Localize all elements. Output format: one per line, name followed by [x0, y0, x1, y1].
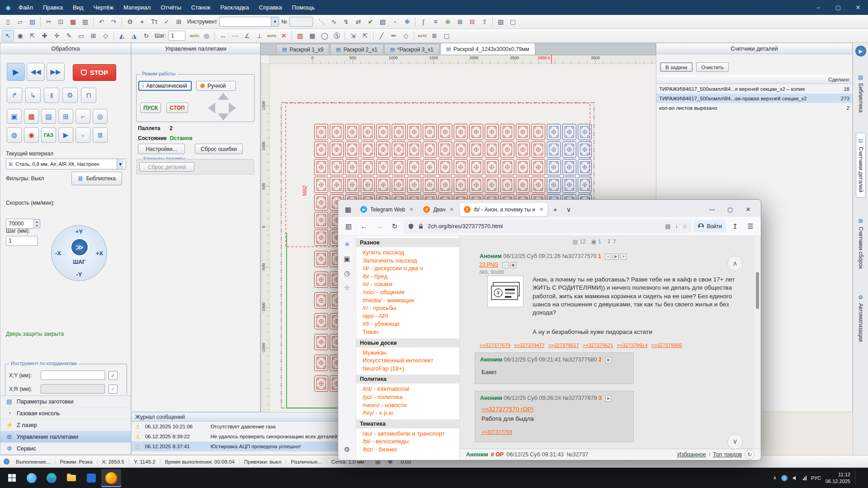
report-icon[interactable]: ▧ [495, 16, 507, 28]
history-icon[interactable]: ◷ [344, 269, 350, 277]
reply-link[interactable]: >>327377679 [480, 343, 510, 348]
maximize-button[interactable]: ▢ [828, 0, 848, 14]
post-controls[interactable]: ▶ [605, 357, 612, 363]
corner-button[interactable]: ⌐ [75, 109, 90, 124]
widgets-button[interactable] [22, 469, 42, 487]
reply-link[interactable]: >>327379517 [548, 343, 579, 348]
list-icon[interactable]: ≡ [429, 16, 442, 28]
marquee-icon[interactable]: ▫ [389, 16, 401, 28]
speed-input[interactable]: 70000 ▲▼ [6, 219, 34, 229]
open-file-icon[interactable]: ▱ [14, 16, 26, 28]
menu-item[interactable]: Станок [186, 0, 216, 14]
board-link[interactable]: /bi/ - велосипеды [356, 437, 459, 446]
monitor-icon[interactable]: ▢ [507, 16, 519, 28]
remove-red-icon[interactable]: ✕ [278, 30, 290, 42]
swap-icon[interactable]: ⇄ [352, 16, 364, 28]
post-number[interactable]: №327377580 [563, 357, 597, 363]
tab-dvach[interactable]: Двач ✕ [419, 203, 458, 216]
reply-link[interactable]: >>327377793 [481, 429, 512, 435]
clamp-button[interactable]: ⊓ [81, 88, 96, 103]
frame-in-icon[interactable]: ⇲ [347, 30, 359, 42]
angle-icon[interactable]: ∠ [241, 30, 253, 42]
number-input[interactable] [289, 17, 313, 27]
rotate-icon[interactable]: ↻ [140, 30, 152, 42]
ai-chat-icon[interactable]: ✳ [344, 240, 350, 249]
board-link[interactable]: /r/ - просьбы [356, 304, 459, 312]
tab-telegram[interactable]: Telegram Web ✕ [356, 203, 417, 216]
toolbar-icon[interactable] [343, 30, 347, 41]
settings-gear-icon[interactable]: ⚙ [344, 446, 350, 454]
scrollbar-track[interactable] [755, 236, 760, 460]
network-icon[interactable] [803, 476, 807, 480]
board-link[interactable]: /int/ - international [356, 385, 459, 393]
toolbar-icon[interactable] [491, 16, 495, 27]
board-link[interactable]: /po/ - политика [356, 393, 459, 401]
snap-auto-icon[interactable]: AUTO [265, 30, 278, 42]
toolbar-icon[interactable] [413, 16, 417, 27]
pencil-icon[interactable]: ✎ [63, 30, 75, 42]
side-tab-automation[interactable]: ⚙ Автоматизация [856, 289, 866, 347]
sidebar-item-gas-console[interactable]: ◔ Газовая консоль [0, 408, 131, 419]
pause-button[interactable]: ‖ [44, 88, 59, 103]
xy-input[interactable] [41, 371, 105, 380]
start-button[interactable] [2, 469, 22, 487]
reset-error-button[interactable]: Сброс ошибки [195, 144, 243, 154]
perpendicular-icon[interactable]: ⊥ [253, 30, 265, 42]
new-file-icon[interactable]: ▯ [2, 16, 14, 28]
file-name-link[interactable]: 23.PNG [479, 262, 499, 268]
side-tab-part-counters[interactable]: ⊟ Счетчики деталей [856, 133, 866, 197]
material-select[interactable]: ⊞ Сталь, 0,8 мм, Air, AIR ХК, Настроен ▾ [6, 159, 126, 169]
properties-icon[interactable]: ⚙ [124, 16, 136, 28]
board-link[interactable]: /d/ - дискуссии о два.ч [356, 264, 459, 272]
firefox-icon[interactable] [101, 469, 121, 487]
tray-app-icon[interactable] [781, 475, 788, 481]
url-bar[interactable]: 2ch.org/b/res/327377570.html ▤ ↓ ☆ [403, 220, 692, 233]
sidebar-item-pallets[interactable]: ⊞ Управление паллетами [0, 431, 131, 443]
jog-down-button[interactable]: -Y [76, 271, 82, 278]
sphere-button[interactable]: ◍ [7, 127, 22, 143]
tray-chevron-icon[interactable]: ∧ [773, 475, 777, 481]
sidebar-item-z-laser[interactable]: ⚡ Z лазер [0, 419, 131, 431]
s-parameter-icon[interactable]: Ⓢ [330, 30, 343, 42]
chart-button[interactable]: ▤ [41, 109, 56, 124]
jog-up-button[interactable]: +Y [75, 228, 83, 235]
toolbar-icon[interactable] [112, 30, 116, 41]
board-link[interactable]: /o/ - оэкаки [356, 280, 459, 288]
board-link[interactable]: /b/ - бред [356, 272, 459, 281]
rect-tool-icon[interactable]: ▭ [75, 30, 87, 42]
scrollbar-thumb[interactable] [756, 272, 759, 309]
diamond-icon[interactable]: ◇ [400, 30, 412, 42]
file-controls[interactable]: ↓▣ [502, 262, 516, 268]
login-button[interactable]: Войти [693, 220, 726, 233]
reply-link[interactable]: >>327379914 [617, 343, 648, 348]
board-link[interactable]: /news/ - новости [356, 401, 459, 409]
menu-item[interactable]: Вид [68, 0, 89, 14]
redo-icon[interactable]: ↷ [108, 16, 120, 28]
distance-icon[interactable]: ↔ [217, 30, 229, 42]
hatch-red-icon[interactable]: ▨ [294, 30, 306, 42]
jump-start-button[interactable]: ↱ [7, 88, 22, 103]
jog-left-button[interactable]: -X [55, 250, 61, 257]
board-link[interactable]: Искусственный интеллект [356, 357, 459, 365]
array-icon[interactable]: ⊞ [87, 30, 99, 42]
xy-apply-button[interactable]: ✓ [108, 371, 118, 380]
post-controls[interactable]: ▪▶▾ [605, 253, 627, 260]
close-button[interactable]: ✕ [739, 206, 757, 213]
sidebar-item-workpiece[interactable]: ▤ Параметры заготовки [0, 396, 131, 408]
counters-table-header[interactable]: Сделано [656, 75, 852, 84]
jog-step-input[interactable]: 1 [6, 236, 38, 246]
library-button[interactable]: ≣ Библиотека [71, 172, 122, 185]
grid-add-icon[interactable]: ⊞ [454, 16, 466, 28]
bookmarks-icon[interactable]: ☆ [344, 284, 350, 292]
nesting-tab[interactable]: ▤ *Раскрой 3_х1 [384, 44, 439, 55]
lock-icon[interactable] [418, 223, 424, 230]
post-number[interactable]: №327377570 [562, 253, 597, 259]
save-page-icon[interactable]: ↓ [675, 223, 678, 230]
shield-icon[interactable] [408, 223, 414, 230]
post-image-thumbnail[interactable]: ¥ [487, 276, 524, 307]
pallet-stop-button[interactable]: СТОП [166, 103, 188, 113]
app-blue-icon[interactable] [81, 469, 101, 487]
undo-icon[interactable]: ↶ [95, 16, 108, 28]
side-tab-assembly-counters[interactable]: ⊞ Счетчики сборок [856, 213, 866, 274]
fast-back-button[interactable]: ◀◀ [27, 63, 45, 81]
